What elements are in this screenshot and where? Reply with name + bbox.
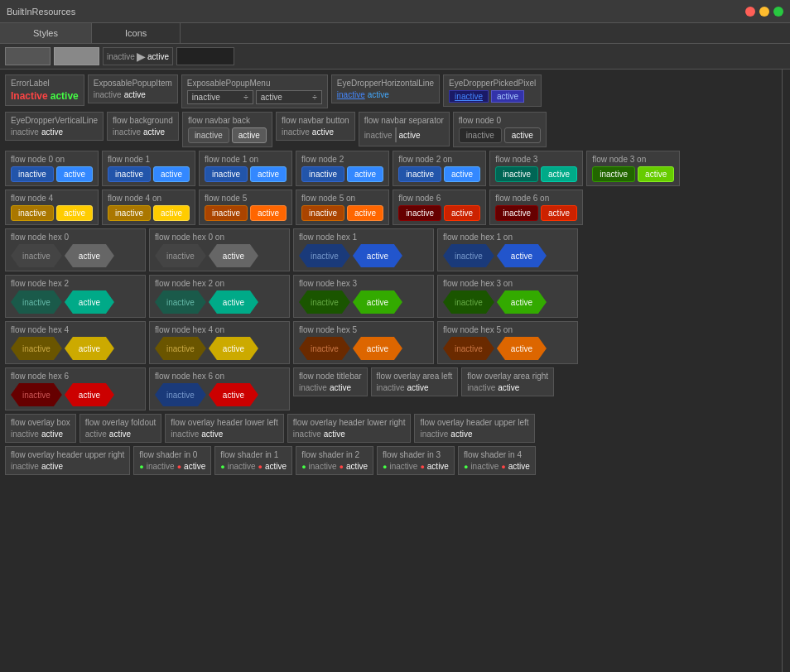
tab-icons[interactable]: Icons <box>92 23 181 43</box>
flownode4-inactive-btn[interactable]: inactive <box>11 205 54 221</box>
flownodehex5-active[interactable]: active <box>353 337 402 360</box>
style-item-flownode2: flow node 2 inactive active <box>296 151 389 186</box>
flownavbarseparator-inactive: inactive <box>364 131 393 140</box>
style-item-errorlabel: ErrorLabel Inactive active <box>5 74 84 106</box>
flownode2-inactive-btn[interactable]: inactive <box>301 166 344 182</box>
flownodehex3-inactive[interactable]: inactive <box>299 290 350 314</box>
flownode6-active-btn[interactable]: active <box>444 205 480 221</box>
scrollbar[interactable] <box>782 70 790 672</box>
active-label: active <box>147 52 169 61</box>
flownode1-active-btn[interactable]: active <box>153 166 190 182</box>
style-item-flownodehex2: flow node hex 2 inactive active <box>5 275 146 318</box>
flownodehex0on-buttons: inactive active <box>155 244 284 267</box>
flownode6on-active-btn[interactable]: active <box>541 205 577 221</box>
flownode2on-active-btn[interactable]: active <box>444 166 480 182</box>
flownodehex3on-inactive[interactable]: inactive <box>443 290 494 314</box>
flownodehex3-active[interactable]: active <box>353 290 402 314</box>
style-item-eyedropperppickedpixel: EyeDropperPickedPixel inactive active <box>443 74 542 107</box>
maximize-button[interactable] <box>773 7 783 17</box>
flownode0-active-btn[interactable]: active <box>504 127 541 143</box>
flowoverlayarealeft-buttons: inactive active <box>377 383 453 392</box>
flownode0on-active-btn[interactable]: active <box>56 166 93 182</box>
flownodehex1-label: flow node hex 1 <box>299 233 428 242</box>
flownode1on-inactive-btn[interactable]: inactive <box>205 166 248 182</box>
flownode3on-active-btn[interactable]: active <box>638 166 674 182</box>
close-button[interactable] <box>745 7 755 17</box>
flownavbarback-inactive[interactable]: inactive <box>188 127 229 143</box>
flownodehex4-active[interactable]: active <box>65 337 114 360</box>
tab-styles[interactable]: Styles <box>0 23 92 43</box>
flowoverlayheaderupperleft-buttons: inactive active <box>420 430 528 439</box>
flownodehex5on-active[interactable]: active <box>497 337 547 360</box>
flownode2-active-btn[interactable]: active <box>347 166 383 182</box>
style-item-flowoverlayfoldout: flow overlay foldout active active <box>79 414 162 443</box>
flownode1-inactive-btn[interactable]: inactive <box>108 166 151 182</box>
flownode4on-active-btn[interactable]: active <box>153 205 190 221</box>
flownode5-active-btn[interactable]: active <box>250 205 287 221</box>
flownode5on-active-btn[interactable]: active <box>347 205 383 221</box>
flownodehex6-label: flow node hex 6 <box>11 372 140 381</box>
flownodehex5-inactive[interactable]: inactive <box>299 337 350 360</box>
flownode3on-inactive-btn[interactable]: inactive <box>592 166 635 182</box>
flownodehex4on-inactive[interactable]: inactive <box>155 337 206 360</box>
exposablepopupmenu-inactive-dropdown[interactable]: inactive÷ <box>187 90 253 104</box>
flowshaderin2-active: active <box>346 462 368 471</box>
flownodehex6on-active[interactable]: active <box>209 383 258 406</box>
flownode6-inactive-btn[interactable]: inactive <box>398 205 441 221</box>
flownodehex0-active[interactable]: active <box>65 244 114 267</box>
flownodehex2on-label: flow node hex 2 on <box>155 279 284 288</box>
flowoverlayarealeft-inactive: inactive <box>377 383 405 392</box>
flownodehex0on-label: flow node hex 0 on <box>155 233 284 242</box>
style-item-flownavbarbutton: flow navbar button inactive active <box>276 112 355 141</box>
minimize-button[interactable] <box>759 7 769 17</box>
flownode4-active-btn[interactable]: active <box>56 205 93 221</box>
style-item-eyedropperhorizontalline: EyeDropperHorizontalLine inactive active <box>331 74 440 103</box>
flownode0on-inactive-btn[interactable]: inactive <box>11 166 54 182</box>
flownavbarback-active[interactable]: active <box>232 127 267 143</box>
flowoverlayarealeft-label: flow overlay area left <box>377 372 453 381</box>
flownodehex4-inactive[interactable]: inactive <box>11 337 62 360</box>
flownode2-buttons: inactive active <box>301 166 383 182</box>
flownodehex1-active[interactable]: active <box>353 244 402 267</box>
flownodehex4on-active[interactable]: active <box>209 337 258 360</box>
flownodehex0on-inactive[interactable]: inactive <box>155 244 206 267</box>
flownode2on-inactive-btn[interactable]: inactive <box>398 166 441 182</box>
flownode5on-buttons: inactive active <box>301 205 383 221</box>
flownode3-active-btn[interactable]: active <box>541 166 577 182</box>
color-swatch-2[interactable] <box>54 47 99 65</box>
flownodehex6-active[interactable]: active <box>65 383 114 406</box>
flownodehex0-inactive[interactable]: inactive <box>11 244 62 267</box>
search-input[interactable] <box>176 47 234 65</box>
flownodehex0on-active[interactable]: active <box>209 244 258 267</box>
exposablepopupmenu-active-dropdown[interactable]: active÷ <box>256 90 322 104</box>
flownodetitlebar-active: active <box>330 383 351 392</box>
flownodehex5on-inactive[interactable]: inactive <box>443 337 494 360</box>
flownode3-inactive-btn[interactable]: inactive <box>495 166 538 182</box>
flownodehex2on-active[interactable]: active <box>209 290 258 314</box>
flowoverlayarealeft-active: active <box>407 383 429 392</box>
flowshaderin0-buttons: ● inactive ● active <box>139 462 205 471</box>
flownodehex6on-buttons: inactive active <box>155 383 284 406</box>
eyedropperpickedpixel-active-box: active <box>491 90 524 103</box>
flownodehex2-active[interactable]: active <box>65 290 114 314</box>
flownode4on-inactive-btn[interactable]: inactive <box>108 205 151 221</box>
style-item-flowoverlayheaderlowerright: flow overlay header lower right inactive… <box>287 414 412 443</box>
flownode5on-inactive-btn[interactable]: inactive <box>301 205 344 221</box>
flownodehex1-inactive[interactable]: inactive <box>299 244 350 267</box>
flowshaderin3-label: flow shader in 3 <box>383 450 449 459</box>
flownodehex5on-buttons: inactive active <box>443 337 572 360</box>
flownodehex2on-inactive[interactable]: inactive <box>155 290 206 314</box>
color-swatch-1[interactable] <box>5 47 51 65</box>
flownode5-inactive-btn[interactable]: inactive <box>205 205 248 221</box>
flownodehex3on-active[interactable]: active <box>497 290 547 314</box>
eyedropperpickedpixel-label: EyeDropperPickedPixel <box>449 79 536 88</box>
flownode6on-inactive-btn[interactable]: inactive <box>495 205 538 221</box>
flownodehex2-inactive[interactable]: inactive <box>11 290 62 314</box>
flowoverlayarearight-active: active <box>498 383 519 392</box>
flownodehex6on-inactive[interactable]: inactive <box>155 383 206 406</box>
flownodehex1on-active[interactable]: active <box>497 244 547 267</box>
flownodehex6-inactive[interactable]: inactive <box>11 383 62 406</box>
flownode0-inactive-btn[interactable]: inactive <box>459 127 502 143</box>
flownodehex1on-inactive[interactable]: inactive <box>443 244 494 267</box>
flownode1on-active-btn[interactable]: active <box>250 166 287 182</box>
